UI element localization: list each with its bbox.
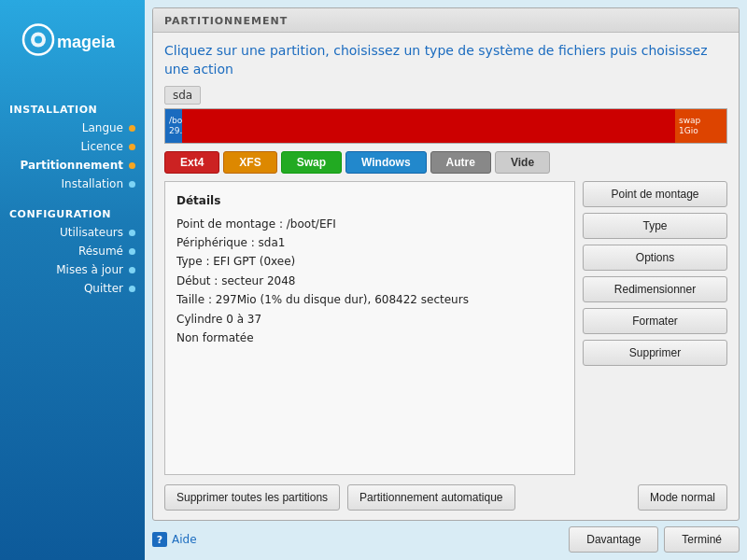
detail-line-2: Périphérique : sda1: [176, 233, 563, 252]
sidebar-item-utilisateurs[interactable]: Utilisateurs: [0, 223, 145, 242]
sidebar-dot-partitionnement: [129, 162, 135, 169]
sidebar-item-label: Partitionnement: [20, 159, 123, 172]
dialog-title: PARTITIONNEMENT: [164, 15, 288, 27]
sidebar: mageia INSTALLATION Langue Licence Parti…: [0, 0, 145, 560]
supprimer-toutes-button[interactable]: Supprimer toutes les partitions: [164, 484, 340, 511]
sidebar-dot-installation: [129, 181, 135, 188]
footer-bar: ? Aide Davantage Terminé: [152, 521, 740, 553]
sidebar-item-label: Licence: [80, 140, 123, 153]
sidebar-item-label: Résumé: [78, 245, 123, 258]
point-montage-button[interactable]: Point de montage: [583, 181, 727, 207]
sidebar-item-label: Utilisateurs: [60, 226, 123, 239]
termine-button[interactable]: Terminé: [664, 526, 740, 553]
mageia-logo: mageia: [21, 17, 124, 68]
sidebar-item-langue[interactable]: Langue: [0, 119, 145, 137]
detail-line-5: Taille : 297Mio (1% du disque dur), 6084…: [176, 290, 563, 309]
detail-line-7: Non formatée: [176, 329, 563, 347]
sidebar-item-label: Installation: [62, 177, 123, 190]
svg-point-2: [35, 35, 42, 43]
sidebar-item-resume[interactable]: Résumé: [0, 242, 145, 260]
svg-text:mageia: mageia: [57, 32, 116, 50]
disk-label: sda: [164, 86, 201, 105]
dialog-header: PARTITIONNEMENT: [153, 8, 739, 33]
sidebar-item-label: Quitter: [84, 282, 123, 295]
fs-btn-xfs[interactable]: XFS: [223, 151, 276, 174]
partition-main[interactable]: [182, 109, 675, 143]
detail-line-4: Début : secteur 2048: [176, 272, 563, 290]
dialog-panel: PARTITIONNEMENT Cliquez sur une partitio…: [152, 7, 740, 521]
sidebar-item-label: Langue: [82, 121, 123, 134]
disk-area: sda /bo...29... swap1Gio: [164, 86, 727, 144]
detail-line-1: Point de montage : /boot/EFI: [176, 215, 563, 233]
sidebar-item-quitter[interactable]: Quitter: [0, 279, 145, 298]
supprimer-button[interactable]: Supprimer: [583, 340, 727, 366]
detail-line-3: Type : EFI GPT (0xee): [176, 252, 563, 271]
installation-section: INSTALLATION Langue Licence Partitionnem…: [0, 93, 145, 198]
partitionnement-auto-button[interactable]: Partitionnement automatique: [347, 484, 514, 511]
aide-link[interactable]: ? Aide: [152, 532, 197, 547]
aide-icon: ?: [152, 532, 167, 547]
installation-title: INSTALLATION: [0, 98, 145, 119]
sidebar-dot-quitter: [129, 286, 135, 292]
sidebar-dot-langue: [129, 125, 135, 132]
sidebar-dot-utilisateurs: [129, 230, 135, 236]
details-panel: Détails Point de montage : /boot/EFI Pér…: [164, 181, 575, 475]
fs-btn-vide[interactable]: Vide: [495, 151, 550, 174]
sidebar-dot-mises-a-jour: [129, 267, 135, 273]
sidebar-item-partitionnement[interactable]: Partitionnement: [0, 156, 145, 175]
partition-swap[interactable]: swap1Gio: [675, 109, 726, 143]
fs-buttons-row: Ext4 XFS Swap Windows Autre Vide: [164, 151, 727, 174]
formater-button[interactable]: Formater: [583, 308, 727, 334]
fs-btn-ext4[interactable]: Ext4: [164, 151, 219, 174]
action-buttons: Point de montage Type Options Redimensio…: [583, 181, 727, 475]
sidebar-dot-resume: [129, 248, 135, 255]
instruction-text: Cliquez sur une partition, choisissez un…: [164, 42, 727, 78]
details-title: Détails: [176, 191, 563, 210]
bottom-bar: Supprimer toutes les partitions Partitio…: [153, 484, 739, 520]
sidebar-item-installation[interactable]: Installation: [0, 175, 145, 193]
davantage-button[interactable]: Davantage: [569, 526, 658, 553]
mode-normal-button[interactable]: Mode normal: [638, 484, 727, 511]
logo-area: mageia: [17, 9, 129, 75]
partition-boot[interactable]: /bo...29...: [165, 109, 182, 143]
main-content: PARTITIONNEMENT Cliquez sur une partitio…: [145, 0, 747, 560]
sidebar-item-label: Mises à jour: [56, 263, 123, 276]
fs-btn-autre[interactable]: Autre: [430, 151, 491, 174]
options-button[interactable]: Options: [583, 245, 727, 271]
partition-bar[interactable]: /bo...29... swap1Gio: [164, 108, 727, 144]
configuration-title: CONFIGURATION: [0, 203, 145, 223]
sidebar-item-licence[interactable]: Licence: [0, 137, 145, 156]
aide-label: Aide: [172, 533, 197, 546]
fs-btn-swap[interactable]: Swap: [281, 151, 342, 174]
detail-line-6: Cylindre 0 à 37: [176, 310, 563, 329]
sidebar-dot-licence: [129, 144, 135, 150]
content-row: Détails Point de montage : /boot/EFI Pér…: [164, 181, 727, 475]
redimensionner-button[interactable]: Redimensionner: [583, 276, 727, 302]
type-button[interactable]: Type: [583, 213, 727, 239]
dialog-body: Cliquez sur une partition, choisissez un…: [153, 33, 739, 484]
configuration-section: CONFIGURATION Utilisateurs Résumé Mises …: [0, 198, 145, 302]
sidebar-item-mises-a-jour[interactable]: Mises à jour: [0, 260, 145, 279]
fs-btn-windows[interactable]: Windows: [345, 151, 427, 174]
